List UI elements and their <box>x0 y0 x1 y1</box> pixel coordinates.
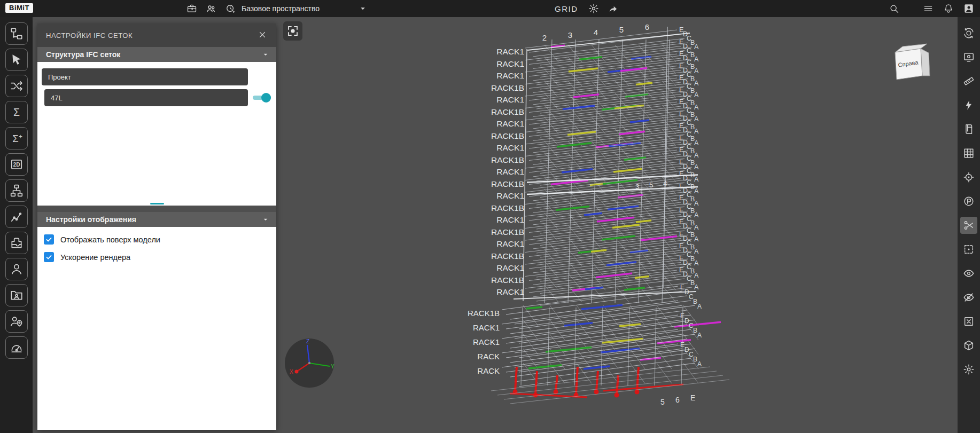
focus-model-button[interactable] <box>283 21 302 41</box>
structure-section-body: Проект 47L <box>37 62 276 206</box>
svg-text:E: E <box>679 231 683 238</box>
share-button[interactable] <box>606 2 620 15</box>
svg-text:Σ: Σ <box>13 106 19 118</box>
settings-icon <box>588 3 599 14</box>
screen-button[interactable] <box>960 49 977 66</box>
quick-actions-button[interactable] <box>960 97 977 114</box>
sum-plus-button[interactable]: Σ+ <box>5 127 28 149</box>
svg-text:D: D <box>683 175 688 182</box>
svg-text:RACK1: RACK1 <box>496 119 524 128</box>
dashboard-button[interactable] <box>5 336 28 359</box>
display-section-title: Настройки отображения <box>46 215 261 224</box>
svg-text:C: C <box>687 71 691 78</box>
clear-selection-button[interactable] <box>960 313 977 330</box>
isolate-icon <box>963 340 975 351</box>
close-panel-button[interactable] <box>255 28 270 43</box>
grid-table-button[interactable] <box>960 145 977 162</box>
view-settings-button[interactable] <box>960 361 977 378</box>
history-button[interactable] <box>223 2 237 15</box>
section-cut-button[interactable] <box>960 217 977 234</box>
checkbox[interactable] <box>44 234 54 245</box>
show-button[interactable] <box>960 265 977 282</box>
connections-icon <box>10 79 24 93</box>
menu-button[interactable] <box>921 2 935 15</box>
parking-button[interactable] <box>960 193 977 210</box>
user-button[interactable] <box>5 258 28 280</box>
svg-text:E: E <box>679 194 683 202</box>
focus-icon <box>286 25 299 37</box>
view-2d-button[interactable]: 2D <box>5 153 28 176</box>
svg-text:D: D <box>683 78 688 86</box>
account-icon <box>963 3 974 14</box>
svg-text:+: + <box>19 133 22 140</box>
workspace-selector[interactable]: Базовое пространство <box>242 0 368 17</box>
svg-text:4: 4 <box>594 28 598 37</box>
isolate-button[interactable] <box>960 337 977 354</box>
checkbox-row[interactable]: Отображать поверх модели <box>44 234 276 245</box>
svg-text:A: A <box>694 91 699 99</box>
svg-text:D: D <box>683 91 688 98</box>
screen-icon <box>963 51 975 63</box>
structure-button[interactable] <box>5 179 28 202</box>
navigation-cube[interactable]: Справа <box>894 42 937 83</box>
measure-button[interactable] <box>960 73 977 90</box>
svg-text:D: D <box>685 346 689 353</box>
measure-icon <box>963 75 975 87</box>
target-button[interactable] <box>960 169 977 186</box>
svg-text:D: D <box>685 288 689 296</box>
graph-button[interactable] <box>5 206 28 228</box>
svg-text:C: C <box>687 191 691 199</box>
display-section-header[interactable]: Настройки отображения <box>37 212 276 227</box>
notifications-button[interactable] <box>942 2 955 15</box>
pages-button[interactable] <box>960 121 977 138</box>
checkbox[interactable] <box>44 252 54 262</box>
shared-folder-button[interactable] <box>5 284 28 306</box>
account-button[interactable] <box>962 2 976 15</box>
ifc-grids-panel: НАСТРОЙКИ IFC СЕТОК Структура IFC сеток … <box>37 23 276 430</box>
svg-text:E: E <box>679 266 683 274</box>
model-tree-icon <box>10 27 24 41</box>
select-button[interactable] <box>5 49 28 71</box>
svg-text:B: B <box>690 231 695 239</box>
share-icon <box>608 3 618 14</box>
select-icon <box>10 53 24 67</box>
tree-item-project[interactable]: Проект <box>42 68 248 85</box>
graph-icon <box>10 210 24 224</box>
select-area-button[interactable] <box>960 241 977 258</box>
sum-button[interactable]: Σ <box>5 101 28 123</box>
user-location-button[interactable] <box>5 310 28 333</box>
toolbox-button[interactable] <box>185 2 199 15</box>
panel-header: НАСТРОЙКИ IFC СЕТОК <box>37 23 276 47</box>
svg-text:3: 3 <box>568 30 572 40</box>
svg-text:D: D <box>683 235 688 242</box>
svg-text:B: B <box>690 39 695 46</box>
svg-text:C: C <box>687 119 691 127</box>
svg-text:A: A <box>694 67 699 75</box>
svg-text:B: B <box>690 75 695 83</box>
hide-button[interactable] <box>960 289 977 306</box>
svg-text:E: E <box>679 62 683 70</box>
checkbox-label: Ускорение рендера <box>60 253 130 262</box>
hide-icon <box>963 292 975 303</box>
scroll-indicator[interactable] <box>150 203 164 204</box>
svg-text:RACK1B: RACK1B <box>468 309 500 318</box>
tree-item-grid[interactable]: 47L <box>44 89 248 106</box>
svg-text:D: D <box>683 30 688 38</box>
sum-plus-icon: Σ+ <box>10 131 24 145</box>
svg-text:C: C <box>687 107 691 114</box>
orbit-button[interactable] <box>960 25 977 42</box>
model-tree-button[interactable] <box>5 22 28 45</box>
grid-visibility-toggle[interactable] <box>253 93 271 103</box>
structure-section-header[interactable]: Структура IFC сеток <box>37 47 276 62</box>
team-button[interactable] <box>204 2 218 15</box>
axis-gizmo[interactable]: Z Y X <box>284 337 335 389</box>
search-button[interactable] <box>887 2 901 15</box>
checkbox-row[interactable]: Ускорение рендера <box>44 252 276 262</box>
svg-text:5: 5 <box>660 398 665 406</box>
settings-button[interactable] <box>587 2 601 15</box>
svg-text:E: E <box>679 38 683 46</box>
sum-icon: Σ <box>10 105 24 119</box>
svg-text:D: D <box>683 139 688 146</box>
connections-button[interactable] <box>5 75 28 97</box>
plugins-button[interactable] <box>5 232 28 254</box>
